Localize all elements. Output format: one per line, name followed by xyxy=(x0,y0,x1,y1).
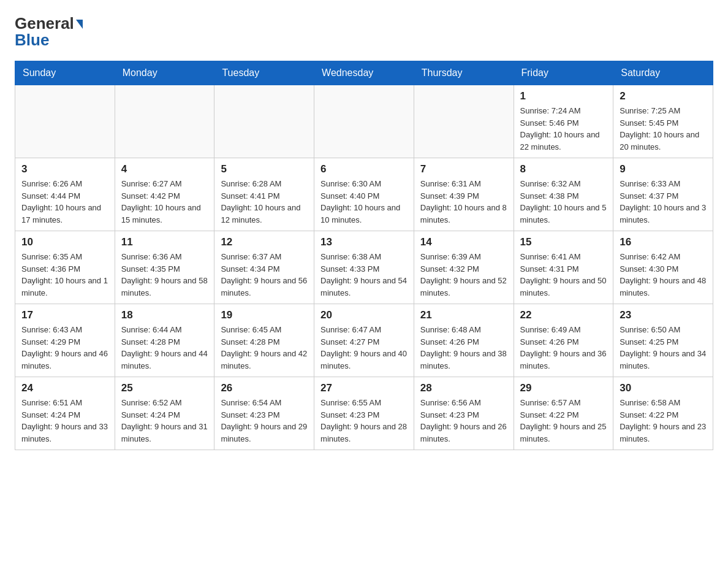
calendar-cell: 4Sunrise: 6:27 AM Sunset: 4:42 PM Daylig… xyxy=(115,158,214,231)
day-number: 20 xyxy=(320,309,408,321)
calendar-cell: 3Sunrise: 6:26 AM Sunset: 4:44 PM Daylig… xyxy=(15,158,115,231)
day-number: 11 xyxy=(121,236,208,248)
weekday-header-tuesday: Tuesday xyxy=(214,61,314,85)
calendar-cell: 20Sunrise: 6:47 AM Sunset: 4:27 PM Dayli… xyxy=(314,304,414,377)
day-number: 4 xyxy=(121,163,208,175)
day-number: 8 xyxy=(520,163,607,175)
day-number: 30 xyxy=(620,382,707,394)
logo-triangle-icon xyxy=(76,20,83,29)
day-info: Sunrise: 6:56 AM Sunset: 4:23 PM Dayligh… xyxy=(420,397,507,445)
calendar-cell: 30Sunrise: 6:58 AM Sunset: 4:22 PM Dayli… xyxy=(613,377,713,450)
day-info: Sunrise: 6:35 AM Sunset: 4:36 PM Dayligh… xyxy=(21,251,108,299)
calendar-cell: 16Sunrise: 6:42 AM Sunset: 4:30 PM Dayli… xyxy=(613,231,713,304)
day-number: 23 xyxy=(620,309,707,321)
day-info: Sunrise: 6:27 AM Sunset: 4:42 PM Dayligh… xyxy=(121,178,208,226)
day-info: Sunrise: 6:54 AM Sunset: 4:23 PM Dayligh… xyxy=(221,397,308,445)
day-number: 24 xyxy=(21,382,108,394)
day-number: 6 xyxy=(320,163,408,175)
calendar-cell: 27Sunrise: 6:55 AM Sunset: 4:23 PM Dayli… xyxy=(314,377,414,450)
day-number: 19 xyxy=(221,309,308,321)
day-info: Sunrise: 6:58 AM Sunset: 4:22 PM Dayligh… xyxy=(620,397,707,445)
day-number: 15 xyxy=(520,236,607,248)
calendar-cell xyxy=(15,85,115,158)
calendar-cell: 11Sunrise: 6:36 AM Sunset: 4:35 PM Dayli… xyxy=(115,231,214,304)
day-info: Sunrise: 6:50 AM Sunset: 4:25 PM Dayligh… xyxy=(620,324,707,372)
calendar-cell: 26Sunrise: 6:54 AM Sunset: 4:23 PM Dayli… xyxy=(214,377,314,450)
day-info: Sunrise: 6:33 AM Sunset: 4:37 PM Dayligh… xyxy=(620,178,707,226)
weekday-header-row: SundayMondayTuesdayWednesdayThursdayFrid… xyxy=(15,61,713,85)
day-number: 7 xyxy=(420,163,507,175)
day-number: 26 xyxy=(221,382,308,394)
logo-top: General xyxy=(15,15,83,33)
calendar-cell: 12Sunrise: 6:37 AM Sunset: 4:34 PM Dayli… xyxy=(214,231,314,304)
weekday-header-sunday: Sunday xyxy=(15,61,115,85)
day-info: Sunrise: 6:36 AM Sunset: 4:35 PM Dayligh… xyxy=(121,251,208,299)
day-info: Sunrise: 6:41 AM Sunset: 4:31 PM Dayligh… xyxy=(520,251,607,299)
weekday-header-thursday: Thursday xyxy=(414,61,514,85)
weekday-header-monday: Monday xyxy=(115,61,214,85)
day-number: 21 xyxy=(420,309,507,321)
day-info: Sunrise: 6:43 AM Sunset: 4:29 PM Dayligh… xyxy=(21,324,108,372)
calendar-cell xyxy=(414,85,514,158)
calendar-cell xyxy=(115,85,214,158)
calendar-cell: 29Sunrise: 6:57 AM Sunset: 4:22 PM Dayli… xyxy=(514,377,613,450)
calendar-cell: 13Sunrise: 6:38 AM Sunset: 4:33 PM Dayli… xyxy=(314,231,414,304)
calendar-cell: 23Sunrise: 6:50 AM Sunset: 4:25 PM Dayli… xyxy=(613,304,713,377)
calendar-cell: 8Sunrise: 6:32 AM Sunset: 4:38 PM Daylig… xyxy=(514,158,613,231)
day-info: Sunrise: 6:37 AM Sunset: 4:34 PM Dayligh… xyxy=(221,251,308,299)
day-info: Sunrise: 6:26 AM Sunset: 4:44 PM Dayligh… xyxy=(21,178,108,226)
day-number: 18 xyxy=(121,309,208,321)
calendar-cell: 22Sunrise: 6:49 AM Sunset: 4:26 PM Dayli… xyxy=(514,304,613,377)
page-header: General Blue xyxy=(15,15,713,48)
day-number: 9 xyxy=(620,163,707,175)
logo-general-text: General xyxy=(15,15,74,33)
calendar-week-row-1: 1Sunrise: 7:24 AM Sunset: 5:46 PM Daylig… xyxy=(15,85,713,158)
day-number: 29 xyxy=(520,382,607,394)
day-number: 16 xyxy=(620,236,707,248)
day-number: 12 xyxy=(221,236,308,248)
day-number: 17 xyxy=(21,309,108,321)
calendar-cell: 7Sunrise: 6:31 AM Sunset: 4:39 PM Daylig… xyxy=(414,158,514,231)
day-info: Sunrise: 6:39 AM Sunset: 4:32 PM Dayligh… xyxy=(420,251,507,299)
day-info: Sunrise: 6:52 AM Sunset: 4:24 PM Dayligh… xyxy=(121,397,208,445)
day-number: 27 xyxy=(320,382,408,394)
calendar-cell: 9Sunrise: 6:33 AM Sunset: 4:37 PM Daylig… xyxy=(613,158,713,231)
calendar-cell: 2Sunrise: 7:25 AM Sunset: 5:45 PM Daylig… xyxy=(613,85,713,158)
calendar-table: SundayMondayTuesdayWednesdayThursdayFrid… xyxy=(15,61,713,450)
day-number: 22 xyxy=(520,309,607,321)
day-info: Sunrise: 6:51 AM Sunset: 4:24 PM Dayligh… xyxy=(21,397,108,445)
weekday-header-wednesday: Wednesday xyxy=(314,61,414,85)
logo-blue-text: Blue xyxy=(15,31,49,49)
day-info: Sunrise: 7:25 AM Sunset: 5:45 PM Dayligh… xyxy=(620,105,707,153)
calendar-cell: 14Sunrise: 6:39 AM Sunset: 4:32 PM Dayli… xyxy=(414,231,514,304)
day-info: Sunrise: 6:32 AM Sunset: 4:38 PM Dayligh… xyxy=(520,178,607,226)
day-number: 28 xyxy=(420,382,507,394)
day-number: 5 xyxy=(221,163,308,175)
calendar-cell: 28Sunrise: 6:56 AM Sunset: 4:23 PM Dayli… xyxy=(414,377,514,450)
day-info: Sunrise: 6:48 AM Sunset: 4:26 PM Dayligh… xyxy=(420,324,507,372)
day-number: 10 xyxy=(21,236,108,248)
day-info: Sunrise: 6:55 AM Sunset: 4:23 PM Dayligh… xyxy=(320,397,408,445)
calendar-cell xyxy=(314,85,414,158)
calendar-cell: 6Sunrise: 6:30 AM Sunset: 4:40 PM Daylig… xyxy=(314,158,414,231)
day-number: 1 xyxy=(520,90,607,102)
day-info: Sunrise: 6:44 AM Sunset: 4:28 PM Dayligh… xyxy=(121,324,208,372)
calendar-cell: 1Sunrise: 7:24 AM Sunset: 5:46 PM Daylig… xyxy=(514,85,613,158)
day-info: Sunrise: 6:28 AM Sunset: 4:41 PM Dayligh… xyxy=(221,178,308,226)
calendar-cell: 15Sunrise: 6:41 AM Sunset: 4:31 PM Dayli… xyxy=(514,231,613,304)
day-info: Sunrise: 6:57 AM Sunset: 4:22 PM Dayligh… xyxy=(520,397,607,445)
day-number: 25 xyxy=(121,382,208,394)
calendar-cell: 5Sunrise: 6:28 AM Sunset: 4:41 PM Daylig… xyxy=(214,158,314,231)
calendar-week-row-5: 24Sunrise: 6:51 AM Sunset: 4:24 PM Dayli… xyxy=(15,377,713,450)
calendar-cell: 21Sunrise: 6:48 AM Sunset: 4:26 PM Dayli… xyxy=(414,304,514,377)
weekday-header-saturday: Saturday xyxy=(613,61,713,85)
day-info: Sunrise: 6:45 AM Sunset: 4:28 PM Dayligh… xyxy=(221,324,308,372)
calendar-week-row-2: 3Sunrise: 6:26 AM Sunset: 4:44 PM Daylig… xyxy=(15,158,713,231)
logo: General Blue xyxy=(15,15,83,48)
day-info: Sunrise: 7:24 AM Sunset: 5:46 PM Dayligh… xyxy=(520,105,607,153)
calendar-cell: 25Sunrise: 6:52 AM Sunset: 4:24 PM Dayli… xyxy=(115,377,214,450)
calendar-cell: 18Sunrise: 6:44 AM Sunset: 4:28 PM Dayli… xyxy=(115,304,214,377)
calendar-cell: 19Sunrise: 6:45 AM Sunset: 4:28 PM Dayli… xyxy=(214,304,314,377)
day-number: 3 xyxy=(21,163,108,175)
calendar-week-row-3: 10Sunrise: 6:35 AM Sunset: 4:36 PM Dayli… xyxy=(15,231,713,304)
